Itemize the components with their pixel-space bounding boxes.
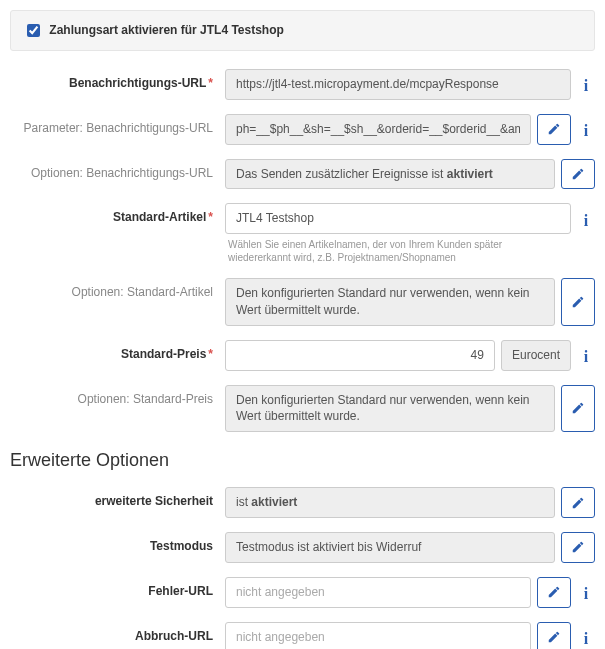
edit-button[interactable] <box>537 622 571 649</box>
info-icon[interactable]: i <box>577 114 595 145</box>
label-std-article: Standard-Artikel* <box>10 203 225 224</box>
edit-button[interactable] <box>561 159 595 190</box>
label-std-article-options: Optionen: Standard-Artikel <box>10 278 225 299</box>
row-std-price: Standard-Preis* Eurocent i <box>10 340 595 371</box>
activate-panel: Zahlungsart aktivieren für JTL4 Testshop <box>10 10 595 51</box>
input-error-url[interactable] <box>225 577 531 608</box>
row-std-price-options: Optionen: Standard-Preis Den konfigurier… <box>10 385 595 433</box>
row-error-url: Fehler-URL i <box>10 577 595 608</box>
row-notify-options: Optionen: Benachrichtigungs-URL Das Send… <box>10 159 595 190</box>
input-abort-url[interactable] <box>225 622 531 649</box>
pill-security: ist aktiviert <box>225 487 555 518</box>
input-std-article[interactable] <box>225 203 571 234</box>
row-notify-params: Parameter: Benachrichtigungs-URL i <box>10 114 595 145</box>
pencil-icon <box>571 540 585 554</box>
pencil-icon <box>571 167 585 181</box>
edit-button[interactable] <box>561 278 595 326</box>
input-notify-params <box>225 114 531 145</box>
info-icon[interactable]: i <box>577 577 595 608</box>
pencil-icon <box>547 630 561 644</box>
activate-checkbox-label[interactable]: Zahlungsart aktivieren für JTL4 Testshop <box>23 23 284 37</box>
pencil-icon <box>571 401 585 415</box>
info-icon[interactable]: i <box>577 622 595 649</box>
pill-std-article-options: Den konfigurierten Standard nur verwende… <box>225 278 555 326</box>
row-abort-url: Abbruch-URL i <box>10 622 595 649</box>
row-notify-url: Benachrichtigungs-URL* i <box>10 69 595 100</box>
info-icon[interactable]: i <box>577 340 595 371</box>
label-std-price-options: Optionen: Standard-Preis <box>10 385 225 406</box>
pencil-icon <box>547 122 561 136</box>
row-testmode: Testmodus Testmodus ist aktiviert bis Wi… <box>10 532 595 563</box>
row-std-article: Standard-Artikel* i <box>10 203 595 234</box>
label-std-price: Standard-Preis* <box>10 340 225 361</box>
heading-advanced: Erweiterte Optionen <box>10 450 595 471</box>
pencil-icon <box>571 496 585 510</box>
label-notify-url: Benachrichtigungs-URL* <box>10 69 225 90</box>
unit-addon: Eurocent <box>501 340 571 371</box>
label-notify-options: Optionen: Benachrichtigungs-URL <box>10 159 225 180</box>
edit-button[interactable] <box>537 577 571 608</box>
row-std-article-options: Optionen: Standard-Artikel Den konfiguri… <box>10 278 595 326</box>
pill-testmode: Testmodus ist aktiviert bis Widerruf <box>225 532 555 563</box>
edit-button[interactable] <box>561 487 595 518</box>
activate-checkbox[interactable] <box>27 24 40 37</box>
helper-std-article: Wählen Sie einen Artikelnamen, der von I… <box>225 238 545 264</box>
input-notify-url[interactable] <box>225 69 571 100</box>
input-std-price[interactable] <box>225 340 495 371</box>
pill-notify-options: Das Senden zusätzlicher Ereignisse ist a… <box>225 159 555 190</box>
row-security: erweiterte Sicherheit ist aktiviert <box>10 487 595 518</box>
info-icon[interactable]: i <box>577 203 595 234</box>
info-icon[interactable]: i <box>577 69 595 100</box>
edit-button[interactable] <box>537 114 571 145</box>
label-testmode: Testmodus <box>10 532 225 553</box>
label-abort-url: Abbruch-URL <box>10 622 225 643</box>
pencil-icon <box>547 585 561 599</box>
pill-std-price-options: Den konfigurierten Standard nur verwende… <box>225 385 555 433</box>
label-notify-params: Parameter: Benachrichtigungs-URL <box>10 114 225 135</box>
label-security: erweiterte Sicherheit <box>10 487 225 508</box>
edit-button[interactable] <box>561 532 595 563</box>
edit-button[interactable] <box>561 385 595 433</box>
activate-label-text: Zahlungsart aktivieren für JTL4 Testshop <box>49 23 284 37</box>
label-error-url: Fehler-URL <box>10 577 225 598</box>
pencil-icon <box>571 295 585 309</box>
